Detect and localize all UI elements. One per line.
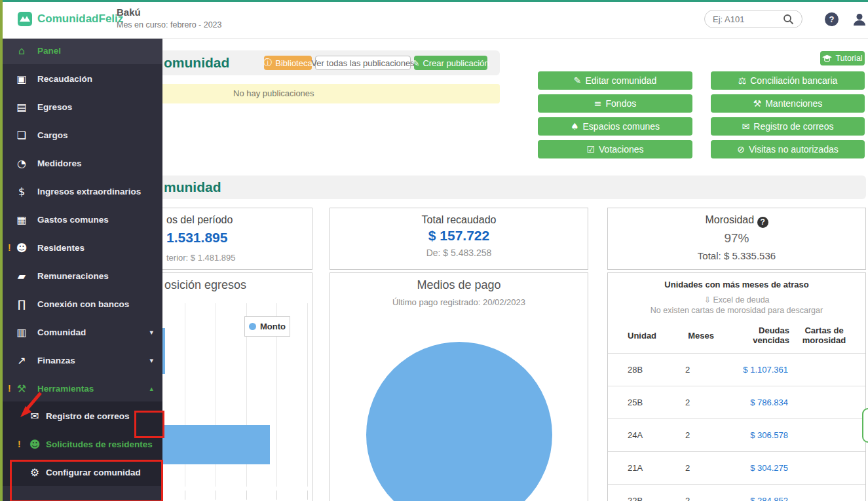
chart-legend[interactable]: Monto (244, 316, 290, 337)
tutorial-button[interactable]: Tutorial (820, 51, 865, 65)
axis-tick (185, 491, 185, 500)
cell-deuda-link[interactable]: $ 1.107.361 (743, 365, 788, 375)
lines-icon: ≡ (594, 98, 602, 109)
sidebar-item-cargos[interactable]: ❏Cargos (0, 121, 162, 149)
user-icon[interactable] (852, 12, 867, 28)
delinquency-card-title: Morosidad ? (608, 214, 865, 228)
fondos-button[interactable]: ≡Fondos (538, 94, 692, 113)
create-publication-button[interactable]: ✎ Crear publicación (414, 56, 487, 70)
col-header-meses: Meses (681, 331, 721, 341)
sidebar-item-label: Conexión con bancos (37, 299, 129, 308)
quick-action-label: Espacios comunes (583, 121, 660, 132)
home-icon: ⌂ (13, 44, 30, 56)
alert-badge: ! (8, 242, 11, 253)
sidebar-item-panel[interactable]: ⌂Panel (0, 36, 162, 64)
bank-icon: ∏ (13, 297, 30, 310)
wall-section-title: omunidad (164, 55, 229, 71)
sidebar-item-egresos[interactable]: ▤Egresos (0, 92, 162, 121)
conciliacion-bancaria-button[interactable]: ⚖Conciliación bancaria (711, 71, 865, 90)
sidebar-item-label: Cargos (37, 130, 68, 139)
delinquency-percent: 97% (608, 231, 865, 246)
chevron-up-icon[interactable]: ▴ (149, 384, 153, 392)
library-button[interactable]: ⓘ Biblioteca (264, 56, 312, 70)
cell-deuda-link[interactable]: $ 284.852 (750, 496, 788, 501)
sidebar-item-label: Finanzas (37, 355, 75, 365)
question-help-icon[interactable]: ? (757, 217, 768, 228)
book-icon: ❏ (13, 128, 30, 141)
unit-search[interactable] (704, 10, 802, 28)
axis-tick (276, 491, 277, 500)
people-icon: ☻ (13, 241, 30, 253)
bar-monto (153, 425, 270, 464)
view-all-publications-button[interactable]: Ver todas las publicaciones (315, 56, 411, 70)
sidebar-item-label: Panel (37, 45, 61, 55)
mantenciones-button[interactable]: ⚒Mantenciones (711, 94, 865, 113)
visitas-no-autorizadas-button[interactable]: ⊘Visitas no autorizadas (711, 140, 865, 158)
community-name: Bakú (117, 7, 141, 18)
checkbox-icon: ☑ (586, 144, 595, 155)
quick-action-label: Editar comunidad (585, 75, 656, 86)
annotation-arrow (12, 388, 46, 422)
cell-unidad: 24A (628, 430, 643, 440)
axis-tick (307, 491, 308, 500)
votaciones-button[interactable]: ☑Votaciones (538, 140, 692, 158)
editar-comunidad-button[interactable]: ✎Editar comunidad (538, 71, 692, 90)
cell-deuda-link[interactable]: $ 306.578 (750, 430, 788, 440)
download-icon: ⇩ (704, 295, 710, 305)
table-row: 21A2$ 304.275 (608, 451, 865, 484)
gauge-icon: ◔ (13, 157, 30, 169)
tree-icon: ♠ (571, 121, 579, 132)
sidebar-item-finanzas[interactable]: ↗Finanzas▾ (0, 346, 162, 374)
app-logo[interactable]: ComunidadFeliz (17, 11, 123, 27)
payment-methods-pie (366, 342, 552, 501)
chevron-down-icon[interactable]: ▾ (149, 327, 153, 336)
axis-tick (246, 491, 247, 500)
table-row: 25B2$ 786.834 (608, 386, 865, 418)
excel-debt-label: Excel de deuda (713, 295, 769, 305)
excel-debt-link[interactable]: ⇩ Excel de deuda (608, 295, 865, 305)
delinquency-total: Total: $ 5.335.536 (608, 250, 865, 261)
briefcase-icon: ▰ (13, 269, 30, 282)
pencil-icon: ✎ (412, 58, 419, 68)
sidebar-item-conexion-con-bancos[interactable]: ∏Conexión con bancos (0, 289, 162, 318)
sidebar-item-medidores[interactable]: ◔Medidores (0, 149, 162, 177)
search-input[interactable] (711, 14, 783, 25)
cell-deuda-link[interactable]: $ 786.834 (750, 398, 788, 407)
collected-card-amount: $ 157.722 (330, 228, 588, 244)
chevron-down-icon[interactable]: ▾ (149, 356, 153, 364)
cell-meses: 2 (685, 496, 690, 501)
document-icon: ▤ (13, 100, 30, 113)
chat-widget-clipped[interactable] (862, 408, 868, 443)
building-icon: ▥ (13, 325, 30, 338)
expenses-composition-card: osición egresos Monto (153, 272, 312, 501)
cell-meses: 2 (685, 463, 690, 473)
scales-icon: ⚖ (738, 75, 747, 86)
col-header-deudas: Deudas vencidas (737, 325, 789, 345)
annotation-box-herramientas-chevron (134, 411, 164, 438)
sidebar-item-label: Recaudación (37, 73, 92, 83)
sidebar-item-comunidad[interactable]: ▥Comunidad▾ (0, 318, 162, 346)
espacios-comunes-button[interactable]: ♠Espacios comunes (538, 117, 692, 136)
debtors-card: Unidades con más meses de atraso ⇩ Excel… (607, 272, 866, 501)
sidebar-item-residentes[interactable]: !☻Residentes (0, 233, 162, 261)
sidebar-item-label: Remuneraciones (37, 270, 109, 280)
sidebar-item-remuneraciones[interactable]: ▰Remuneraciones (0, 261, 162, 289)
cell-deuda-link[interactable]: $ 304.275 (750, 463, 788, 473)
create-publication-label: Crear publicación (423, 58, 489, 68)
dollar-icon: $ (13, 185, 30, 197)
envelope-icon: ✉ (742, 121, 750, 132)
pencil-icon: ✎ (574, 75, 582, 86)
graduation-cap-icon (822, 54, 832, 62)
calculator-icon: ▦ (13, 213, 30, 225)
help-icon[interactable]: ? (825, 12, 839, 26)
sidebar-item-label: Egresos (37, 102, 72, 111)
sidebar-item-label: Gastos comunes (37, 214, 109, 224)
registro-de-correos-button[interactable]: ✉Registro de correos (711, 117, 865, 136)
sidebar-item-recaudacion[interactable]: ▣Recaudación (0, 64, 162, 92)
sidebar-item-ingresos-extraordinarios[interactable]: $Ingresos extraordinarios (0, 177, 162, 205)
sidebar-item-gastos-comunes[interactable]: ▦Gastos comunes (0, 205, 162, 233)
quick-action-label: Visitas no autorizadas (749, 144, 839, 155)
search-icon[interactable] (783, 14, 794, 25)
total-collected-card: Total recaudado $ 157.722 De: $ 5.483.25… (330, 208, 588, 270)
banknote-icon: ▣ (13, 72, 30, 84)
